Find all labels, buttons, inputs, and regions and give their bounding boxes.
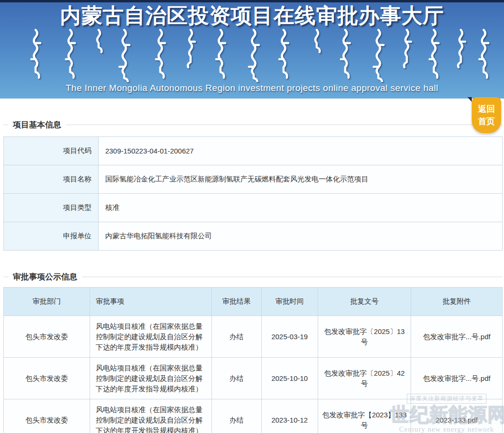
approval-info-section: 审批事项公示信息 审批部门 审批事项 审批结果 审批时间 批复文号 批复附件 [3,271,503,433]
basic-info-section-title: 项目基本信息 [8,119,66,130]
basic-info-value: 2309-150223-04-01-200627 [98,137,502,165]
approval-item-cell: 风电站项目核准（在国家依据总量控制制定的建设规划及自治区分解下达的年度开发指导规… [90,399,211,433]
approval-item-cell: 风电站项目核准（在国家依据总量控制制定的建设规划及自治区分解下达的年度开发指导规… [90,316,211,358]
approval-date-cell: 2025-03-19 [261,316,318,358]
approval-item-cell: 风电站项目核准（在国家依据总量控制制定的建设规划及自治区分解下达的年度开发指导规… [90,358,211,399]
approval-result-cell: 办结 [211,358,261,399]
attachment-pdf-link[interactable]: 2023-133.pdf [436,416,477,424]
main-content: 项目基本信息 项目代码 2309-150223-04-01-200627 项目名… [0,119,504,433]
col-header-result: 审批结果 [211,288,261,316]
approval-doc-no-cell: 包发改审批字〔2025〕42号 [318,358,411,399]
basic-info-row: 项目类型 核准 [4,194,503,222]
site-title: 内蒙古自治区投资项目在线审批办事大厅 [0,2,504,28]
basic-info-value: 内蒙古华电拓阳氢能科技有限公司 [98,222,502,251]
col-header-item: 审批事项 [90,288,211,316]
basic-info-row: 项目代码 2309-150223-04-01-200627 [4,137,503,165]
col-header-department: 审批部门 [4,288,90,316]
approval-attachment-cell: 包发改审批字...号.pdf [411,358,503,399]
basic-info-row: 项目名称 国际氢能冶金化工产业示范区新能源制氢联产无碳燃料配套风光发电一体化示范… [4,165,503,194]
basic-info-row: 申报单位 内蒙古华电拓阳氢能科技有限公司 [4,222,503,251]
basic-info-label: 申报单位 [4,222,99,251]
basic-info-label: 项目名称 [4,165,99,194]
approval-info-table: 审批部门 审批事项 审批结果 审批时间 批复文号 批复附件 包头市发改委 风电站… [3,287,503,433]
approval-date-cell: 2025-10-10 [261,358,318,399]
col-header-date: 审批时间 [261,288,318,316]
return-home-label: 返回 首页 [478,103,495,127]
approval-department-cell: 包头市发改委 [4,316,90,358]
col-header-attachment: 批复附件 [411,288,503,316]
header-banner: 内蒙古自治区投资项目在线审批办事大厅 [0,0,504,99]
approval-info-section-title: 审批事项公示信息 [8,271,82,282]
basic-info-value: 核准 [98,194,502,222]
approval-doc-no-cell: 包发改审批字〔2025〕13号 [318,316,411,358]
mongolian-script-line [0,29,504,82]
attachment-pdf-link[interactable]: 包发改审批字...号.pdf [423,374,491,382]
approval-date-cell: 2023-10-12 [261,399,318,433]
col-header-doc-no: 批复文号 [318,288,411,316]
approval-attachment-cell: 2023-133.pdf [411,399,503,433]
basic-info-section: 项目基本信息 项目代码 2309-150223-04-01-200627 项目名… [3,119,503,251]
approval-row: 包头市发改委 风电站项目核准（在国家依据总量控制制定的建设规划及自治区分解下达的… [4,316,503,358]
page: 内蒙古自治区投资项目在线审批办事大厅 [0,0,504,433]
approval-result-cell: 办结 [211,399,261,433]
approval-row: 包头市发改委 风电站项目核准（在国家依据总量控制制定的建设规划及自治区分解下达的… [4,399,503,433]
approval-department-cell: 包头市发改委 [4,358,90,399]
site-subtitle-en: The Inner Mongolia Autonomous Region inv… [0,83,504,93]
return-home-button[interactable]: 返回 首页 [472,97,501,133]
basic-info-label: 项目类型 [4,194,99,222]
approval-attachment-cell: 包发改审批字...号.pdf [411,316,503,358]
approval-result-cell: 办结 [211,316,261,358]
approval-header-row: 审批部门 审批事项 审批结果 审批时间 批复文号 批复附件 [4,288,503,316]
basic-info-label: 项目代码 [4,137,99,165]
approval-doc-no-cell: 包发改审批字【2023】133号 [318,399,411,433]
basic-info-table: 项目代码 2309-150223-04-01-200627 项目名称 国际氢能冶… [3,136,503,251]
basic-info-value: 国际氢能冶金化工产业示范区新能源制氢联产无碳燃料配套风光发电一体化示范项目 [98,165,502,194]
approval-row: 包头市发改委 风电站项目核准（在国家依据总量控制制定的建设规划及自治区分解下达的… [4,358,503,399]
approval-department-cell: 包头市发改委 [4,399,90,433]
attachment-pdf-link[interactable]: 包发改审批字...号.pdf [423,333,491,341]
